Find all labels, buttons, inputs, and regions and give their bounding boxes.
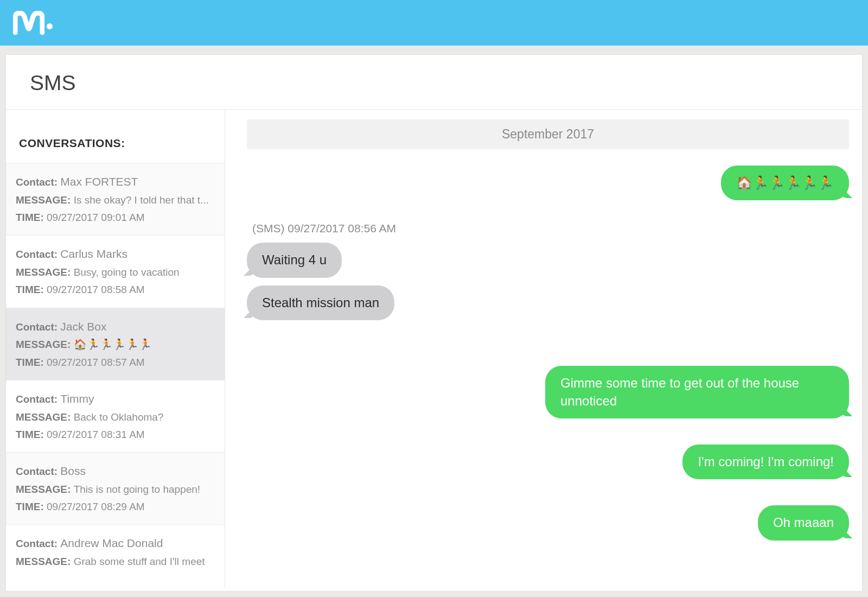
month-banner: September 2017 <box>247 119 849 149</box>
time-value: 09/27/2017 08:29 AM <box>47 501 145 512</box>
contact-name: Andrew Mac Donald <box>60 537 163 549</box>
time-value: 09/27/2017 08:57 AM <box>47 357 145 368</box>
message-row: Stealth mission man <box>247 285 849 320</box>
message-row: Waiting 4 u <box>247 243 849 277</box>
message-label: MESSAGE: <box>16 484 74 495</box>
conversation-item[interactable]: Contact: BossMESSAGE: This is not going … <box>6 452 225 524</box>
page-title: SMS <box>6 55 862 110</box>
outgoing-message[interactable]: Oh maaan <box>758 505 849 540</box>
conversations-sidebar: CONVERSATIONS: Contact: Max FORTESTMESSA… <box>6 110 225 589</box>
conversation-item[interactable]: Contact: Jack BoxMESSAGE: 🏠🏃🏃🏃🏃🏃TIME: 09… <box>6 308 225 380</box>
message-row: Oh maaan <box>247 505 849 540</box>
message-row: Gimme some time to get out of the house … <box>247 366 849 418</box>
contact-name: Carlus Marks <box>60 247 127 260</box>
time-value: 09/27/2017 08:31 AM <box>47 429 145 440</box>
contact-name: Jack Box <box>60 320 106 333</box>
message-label: MESSAGE: <box>16 266 74 278</box>
incoming-timestamp: (SMS) 09/27/2017 08:56 AM <box>252 222 849 235</box>
brand-dot-icon <box>47 23 53 29</box>
content-area: CONVERSATIONS: Contact: Max FORTESTMESSA… <box>6 110 862 589</box>
message-label: MESSAGE: <box>16 411 74 423</box>
conversation-item[interactable]: Contact: Max FORTESTMESSAGE: Is she okay… <box>6 163 225 235</box>
outgoing-message[interactable]: I'm coming! I'm coming! <box>682 444 849 479</box>
message-preview: Grab some stuff and I'll meet <box>74 556 205 567</box>
message-preview: 🏠🏃🏃🏃🏃🏃 <box>74 339 152 350</box>
conversations-heading: CONVERSATIONS: <box>6 120 225 163</box>
contact-label: Contact: <box>16 321 60 333</box>
message-preview: Busy, going to vacation <box>74 266 180 278</box>
message-preview: Is she okay? I told her that t... <box>74 194 209 206</box>
message-label: MESSAGE: <box>16 556 74 567</box>
contact-name: Boss <box>60 465 86 477</box>
conversation-item[interactable]: Contact: Andrew Mac DonaldMESSAGE: Grab … <box>6 524 225 579</box>
message-label: MESSAGE: <box>16 339 74 350</box>
contact-label: Contact: <box>16 249 60 260</box>
message-preview: This is not going to happen! <box>74 484 200 495</box>
incoming-message[interactable]: Waiting 4 u <box>247 243 342 277</box>
message-preview: Back to Oklahoma? <box>74 411 164 423</box>
time-label: TIME: <box>16 212 47 223</box>
outgoing-message[interactable]: 🏠🏃🏃🏃🏃🏃 <box>721 166 849 200</box>
contact-label: Contact: <box>16 393 60 405</box>
time-label: TIME: <box>16 357 47 368</box>
time-label: TIME: <box>16 501 47 512</box>
time-label: TIME: <box>16 429 47 440</box>
incoming-message[interactable]: Stealth mission man <box>247 285 394 320</box>
time-value: 09/27/2017 08:58 AM <box>47 284 145 295</box>
contact-label: Contact: <box>16 176 60 188</box>
conversation-item[interactable]: Contact: TimmyMESSAGE: Back to Oklahoma?… <box>6 380 225 452</box>
time-label: TIME: <box>16 284 47 295</box>
brand-logo <box>13 11 53 35</box>
message-row: I'm coming! I'm coming! <box>247 444 849 479</box>
conversation-list: Contact: Max FORTESTMESSAGE: Is she okay… <box>6 163 225 579</box>
message-label: MESSAGE: <box>16 194 74 206</box>
time-value: 09/27/2017 09:01 AM <box>47 212 145 223</box>
message-row: 🏠🏃🏃🏃🏃🏃 <box>247 166 849 200</box>
app-header <box>0 0 868 46</box>
main-panel: SMS CONVERSATIONS: Contact: Max FORTESTM… <box>5 54 863 592</box>
contact-label: Contact: <box>16 466 60 477</box>
contact-name: Max FORTEST <box>60 175 138 188</box>
contact-label: Contact: <box>16 538 60 549</box>
outgoing-message[interactable]: Gimme some time to get out of the house … <box>545 366 849 418</box>
message-thread: September 2017 🏠🏃🏃🏃🏃🏃 (SMS) 09/27/2017 0… <box>225 110 862 589</box>
contact-name: Timmy <box>60 392 94 405</box>
conversation-item[interactable]: Contact: Carlus MarksMESSAGE: Busy, goin… <box>6 235 225 307</box>
